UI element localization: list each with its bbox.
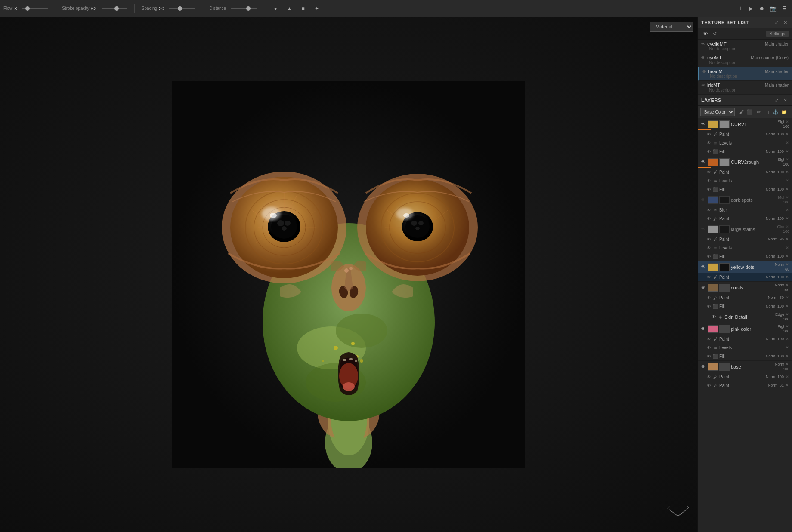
play-btn[interactable]: ▶ — [746, 4, 755, 13]
record-btn[interactable]: ⏺ — [758, 4, 766, 13]
layer-anchor-btn[interactable]: ⚓ — [772, 108, 780, 116]
brush-round-icon[interactable]: ● — [271, 4, 280, 13]
curv2-sublayer-fill[interactable]: 👁 ⬛ Fill Norm 100 ✕ — [698, 185, 792, 194]
ls-paint-close[interactable]: ✕ — [785, 237, 789, 241]
layer-curv1[interactable]: 👁 CURV1 Slgt ✕ 100 — [698, 118, 792, 130]
ls-levels-close[interactable]: ✕ — [785, 246, 789, 250]
dark-spots-visibility-icon[interactable]: 👁 — [700, 197, 706, 203]
brush-custom-icon[interactable]: ✦ — [312, 4, 321, 13]
texture-set-close-btn[interactable]: ✕ — [782, 19, 789, 26]
layer-large-stains[interactable]: 👁 large stains Clrn ✕ 100 — [698, 223, 792, 235]
pink-color-close[interactable]: ✕ — [785, 324, 789, 329]
curv2-levels-close[interactable]: ✕ — [785, 178, 789, 183]
base-visibility-icon[interactable]: 👁 — [700, 364, 706, 370]
tsl-refresh-btn[interactable]: ↺ — [711, 30, 718, 37]
curv1-visibility-icon[interactable]: 👁 — [700, 121, 706, 127]
dark-spots-paint-close[interactable]: ✕ — [785, 216, 789, 221]
curv2-visibility-icon[interactable]: 👁 — [700, 159, 706, 165]
layer-yellow-dots[interactable]: 👁 yellow dots Norm ✕ 68 — [698, 261, 792, 273]
base-p2-close[interactable]: ✕ — [785, 383, 789, 387]
base-color-select[interactable]: Base Color — [700, 108, 735, 116]
layer-folder-btn[interactable]: 📁 — [780, 108, 788, 116]
yellow-dots-close[interactable]: ✕ — [785, 262, 789, 267]
curv2-close-btn[interactable]: ✕ — [785, 157, 789, 162]
yd-paint-close[interactable]: ✕ — [785, 275, 789, 279]
curv1-sublayer-levels[interactable]: 👁 ≋ Levels ✕ — [698, 138, 792, 147]
curv1-close-btn[interactable]: ✕ — [785, 120, 789, 124]
curv2-paint-close[interactable]: ✕ — [785, 170, 789, 174]
crusts-paint-close[interactable]: ✕ — [785, 295, 789, 300]
curv2-sublayer-paint[interactable]: 👁 🖌 Paint Norm 100 ✕ — [698, 168, 792, 176]
layer-dark-spots[interactable]: 👁 dark spots Mul ✕ 100 — [698, 194, 792, 206]
brush-square-icon[interactable]: ■ — [299, 4, 307, 13]
crusts-visibility-icon[interactable]: 👁 — [700, 285, 706, 291]
large-stains-visibility-icon[interactable]: 👁 — [700, 226, 706, 232]
curv1-paint-close[interactable]: ✕ — [785, 132, 789, 136]
layer-base[interactable]: 👁 base Norm ✕ 100 — [698, 361, 792, 372]
dark-spots-close[interactable]: ✕ — [785, 195, 789, 200]
pc-fill-close[interactable]: ✕ — [785, 354, 789, 358]
dark-spots-blur-close[interactable]: ✕ — [785, 208, 789, 212]
ts-item-iris[interactable]: 👁 irisMT Main shader No description — [698, 81, 792, 95]
tsl-settings-btn[interactable]: Settings — [766, 31, 789, 37]
spacing-slider[interactable] — [169, 8, 195, 9]
base-p1-close[interactable]: ✕ — [785, 375, 789, 379]
skin-detail-visibility-icon[interactable]: 👁 — [711, 314, 717, 320]
pc-paint-close[interactable]: ✕ — [785, 337, 789, 341]
layer-import-btn[interactable]: ↑ — [789, 108, 792, 116]
layers-close-btn[interactable]: ✕ — [782, 97, 789, 104]
base-close[interactable]: ✕ — [785, 362, 789, 366]
yellow-dots-visibility-icon[interactable]: 👁 — [700, 264, 706, 270]
curv1-sublayer-fill[interactable]: 👁 ⬛ Fill Norm 100 ✕ — [698, 147, 792, 156]
crusts-fill-close[interactable]: ✕ — [785, 304, 789, 308]
tsl-eye-btn[interactable]: 👁 — [701, 30, 709, 37]
dark-spots-sublayer-blur[interactable]: 👁 ≈ Blur ✕ — [698, 206, 792, 214]
curv2-sublayer-levels[interactable]: 👁 ≋ Levels ✕ — [698, 176, 792, 185]
curv1-fill-close[interactable]: ✕ — [785, 149, 789, 154]
layer-pink-color[interactable]: 👁 pink color Pigt ✕ 100 — [698, 323, 792, 335]
layer-add-paint-btn[interactable]: 🖌 — [737, 108, 745, 116]
camera-btn[interactable]: 📷 — [769, 4, 777, 13]
layers-resize-btn[interactable]: ⤢ — [773, 97, 780, 104]
curv2-fill-close[interactable]: ✕ — [785, 187, 789, 191]
curv1-levels-close[interactable]: ✕ — [785, 141, 789, 145]
large-stains-sublayer-fill[interactable]: 👁 ⬛ Fill Norm 100 ✕ — [698, 252, 792, 261]
crusts-sublayer-fill[interactable]: 👁 ⬛ Fill Norm 100 ✕ — [698, 302, 792, 311]
flow-slider[interactable] — [22, 8, 48, 9]
layer-crusts[interactable]: 👁 crusts Norm ✕ 100 — [698, 282, 792, 293]
ts-eyelid-shader: Main shader — [765, 42, 789, 46]
pink-color-sublayer-fill[interactable]: 👁 ⬛ Fill Norm 100 ✕ — [698, 352, 792, 360]
material-select[interactable]: Material — [650, 22, 693, 32]
layer-edit-btn[interactable]: ✏ — [755, 108, 762, 116]
layer-curv2rough[interactable]: 👁 CURV2rough Slgt ✕ 100 — [698, 156, 792, 168]
viewport[interactable]: Material X Z — [0, 17, 697, 532]
pause-btn[interactable]: ⏸ — [735, 4, 744, 13]
skin-detail-close[interactable]: ✕ — [785, 312, 789, 317]
layer-mask-btn[interactable]: ◻ — [763, 108, 771, 116]
curv1-sublayer-paint[interactable]: 👁 🖌 Paint Norm 100 ✕ — [698, 130, 792, 138]
ls-fill-close[interactable]: ✕ — [785, 254, 789, 258]
pink-color-sublayer-paint[interactable]: 👁 🖌 Paint Norm 100 ✕ — [698, 335, 792, 343]
large-stains-sublayer-paint[interactable]: 👁 🖌 Paint Norm 95 ✕ — [698, 235, 792, 243]
ts-item-head[interactable]: 👁 headMT Main shader No description — [698, 67, 792, 81]
ts-item-eyelid[interactable]: 👁 eyelidMT Main shader No description — [698, 40, 792, 53]
large-stains-close[interactable]: ✕ — [785, 224, 789, 229]
pc-levels-close[interactable]: ✕ — [785, 345, 789, 350]
yellow-dots-sublayer-paint[interactable]: 👁 🖌 Paint Norm 100 ✕ — [698, 273, 792, 281]
pink-color-sublayer-levels[interactable]: 👁 ≋ Levels ✕ — [698, 343, 792, 352]
distance-slider[interactable] — [231, 8, 257, 9]
crusts-sublayer-paint[interactable]: 👁 🖌 Paint Norm 50 ✕ — [698, 293, 792, 302]
base-sublayer-paint2[interactable]: 👁 🖌 Paint Norm 61 ✕ — [698, 381, 792, 390]
pink-color-visibility-icon[interactable]: 👁 — [700, 326, 706, 332]
base-sublayer-paint1[interactable]: 👁 🖌 Paint Norm 100 ✕ — [698, 372, 792, 381]
texture-set-resize-btn[interactable]: ⤢ — [773, 19, 780, 26]
layer-skin-detail[interactable]: 👁 ◈ Skin Detail Edge ✕ 100 — [698, 311, 792, 323]
stroke-opacity-slider[interactable] — [102, 8, 127, 9]
large-stains-sublayer-levels[interactable]: 👁 ≋ Levels ✕ — [698, 243, 792, 252]
ts-item-eye[interactable]: 👁 eyeMT Main shader (Copy) No descriptio… — [698, 53, 792, 67]
layer-add-fill-btn[interactable]: ⬛ — [746, 108, 754, 116]
crusts-close[interactable]: ✕ — [785, 283, 789, 287]
brush-triangle-icon[interactable]: ▲ — [285, 4, 294, 13]
settings-viewport-btn[interactable]: ☰ — [780, 4, 789, 13]
dark-spots-sublayer-paint[interactable]: 👁 🖌 Paint Norm 100 ✕ — [698, 214, 792, 223]
